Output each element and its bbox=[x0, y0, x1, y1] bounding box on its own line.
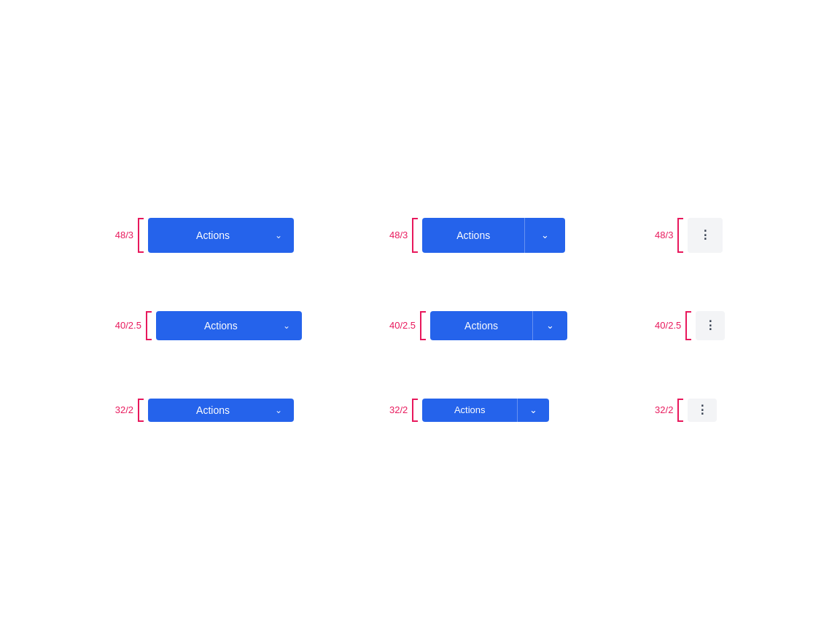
button-grid: 48/3 Actions ⌄ 48/3 Actions ⌄ bbox=[115, 218, 725, 422]
cell-1-2: 48/3 Actions ⌄ bbox=[389, 218, 565, 253]
actions-icon-button-48[interactable]: ⋮ bbox=[688, 218, 723, 253]
chevron-down-icon-split-2: ⌄ bbox=[546, 320, 554, 331]
size-label-3-3: 32/2 bbox=[655, 404, 673, 415]
actions-split-button-40: Actions ⌄ bbox=[430, 311, 567, 340]
actions-split-main-3[interactable]: Actions bbox=[422, 399, 517, 422]
bracket-bar-2-2 bbox=[420, 311, 421, 340]
bracket-3-2 bbox=[412, 399, 413, 422]
bracket-bar-1-3 bbox=[677, 218, 679, 253]
cell-3-3: 32/2 ⋮ bbox=[655, 399, 717, 422]
bracket-1-2 bbox=[412, 218, 413, 253]
cell-2-3: 40/2.5 ⋮ bbox=[655, 311, 725, 340]
bracket-1-1 bbox=[138, 218, 139, 253]
actions-split-label-1: Actions bbox=[456, 230, 490, 241]
actions-icon-button-32[interactable]: ⋮ bbox=[688, 399, 717, 422]
bracket-2-3 bbox=[685, 311, 687, 340]
bracket-bar-3-2 bbox=[412, 399, 413, 422]
size-label-2-3: 40/2.5 bbox=[655, 320, 681, 331]
bracket-bar-2-1 bbox=[146, 311, 147, 340]
bracket-bar-3-3 bbox=[677, 399, 679, 422]
cell-1-1: 48/3 Actions ⌄ bbox=[115, 218, 294, 253]
ellipsis-icon-3: ⋮ bbox=[696, 404, 708, 416]
size-label-2-2: 40/2.5 bbox=[389, 320, 416, 331]
size-label-1-1: 48/3 bbox=[115, 230, 133, 240]
actions-single-button-40[interactable]: Actions ⌄ bbox=[156, 311, 302, 340]
actions-split-button-48: Actions ⌄ bbox=[422, 218, 565, 253]
bracket-bar-1-1 bbox=[138, 218, 139, 253]
chevron-down-icon-split-1: ⌄ bbox=[541, 230, 549, 240]
size-label-1-2: 48/3 bbox=[389, 230, 408, 240]
bracket-bar-1-2 bbox=[412, 218, 413, 253]
actions-icon-button-40[interactable]: ⋮ bbox=[696, 311, 725, 340]
actions-split-main-2[interactable]: Actions bbox=[430, 311, 532, 340]
actions-split-chevron-3[interactable]: ⌄ bbox=[517, 399, 549, 422]
actions-split-label-2: Actions bbox=[464, 320, 498, 332]
size-label-3-1: 32/2 bbox=[115, 404, 133, 415]
bracket-2-2 bbox=[420, 311, 421, 340]
bracket-bar-3-1 bbox=[138, 399, 139, 422]
actions-label-1-1: Actions bbox=[160, 230, 266, 241]
cell-3-1: 32/2 Actions ⌄ bbox=[115, 399, 294, 422]
cell-1-3: 48/3 ⋮ bbox=[655, 218, 723, 253]
size-label-2-1: 40/2.5 bbox=[115, 320, 141, 331]
chevron-down-icon-1-1: ⌄ bbox=[275, 230, 282, 240]
cell-2-2: 40/2.5 Actions ⌄ bbox=[389, 311, 567, 340]
actions-label-2-1: Actions bbox=[168, 320, 274, 332]
ellipsis-icon-2: ⋮ bbox=[704, 320, 716, 332]
actions-split-button-32: Actions ⌄ bbox=[422, 399, 549, 422]
actions-split-chevron-1[interactable]: ⌄ bbox=[524, 218, 565, 253]
actions-single-button-32[interactable]: Actions ⌄ bbox=[148, 399, 294, 422]
bracket-2-1 bbox=[146, 311, 147, 340]
actions-split-main-1[interactable]: Actions bbox=[422, 218, 524, 253]
size-label-1-3: 48/3 bbox=[655, 230, 673, 240]
page-container: 48/3 Actions ⌄ 48/3 Actions ⌄ bbox=[0, 0, 840, 639]
cell-2-1: 40/2.5 Actions ⌄ bbox=[115, 311, 302, 340]
actions-split-chevron-2[interactable]: ⌄ bbox=[532, 311, 567, 340]
actions-split-label-3: Actions bbox=[454, 404, 486, 415]
chevron-down-icon-2-1: ⌄ bbox=[283, 321, 290, 331]
bracket-1-3 bbox=[677, 218, 679, 253]
actions-label-3-1: Actions bbox=[160, 404, 266, 416]
ellipsis-icon-1: ⋮ bbox=[699, 230, 711, 241]
bracket-bar-2-3 bbox=[685, 311, 687, 340]
chevron-down-icon-split-3: ⌄ bbox=[529, 404, 537, 415]
bracket-3-3 bbox=[677, 399, 679, 422]
bracket-3-1 bbox=[138, 399, 139, 422]
size-label-3-2: 32/2 bbox=[389, 404, 408, 415]
chevron-down-icon-3-1: ⌄ bbox=[275, 405, 282, 415]
cell-3-2: 32/2 Actions ⌄ bbox=[389, 399, 549, 422]
actions-single-button-48[interactable]: Actions ⌄ bbox=[148, 218, 294, 253]
